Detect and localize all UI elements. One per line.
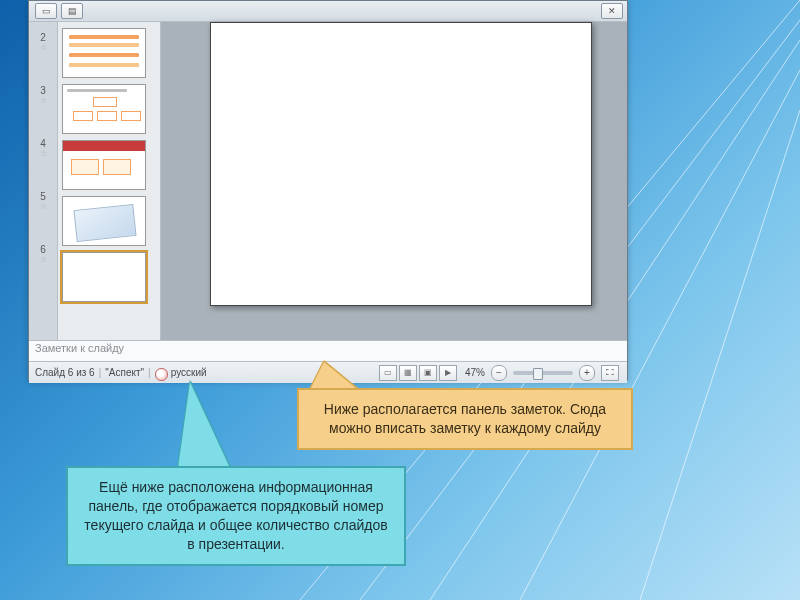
current-slide-canvas[interactable] (210, 22, 592, 306)
star-icon: ☆ (29, 202, 57, 212)
slide-number: 3 (29, 85, 57, 96)
callout-tail-cyan (178, 382, 230, 468)
slide-thumb-4[interactable] (62, 140, 146, 190)
star-icon: ☆ (29, 96, 57, 106)
notes-pane[interactable]: Заметки к слайду (29, 340, 627, 361)
slide-thumb-2[interactable] (62, 28, 146, 78)
slide-counter: Слайд 6 из 6 (35, 367, 95, 378)
notes-placeholder: Заметки к слайду (35, 342, 124, 354)
slide-number: 6 (29, 244, 57, 255)
zoom-in-button[interactable]: + (579, 365, 595, 381)
fit-window-button[interactable]: ⛶ (601, 365, 619, 381)
zoom-slider[interactable] (513, 371, 573, 375)
zoom-out-button[interactable]: − (491, 365, 507, 381)
slide-thumb-5[interactable] (62, 196, 146, 246)
close-pane-icon[interactable]: ✕ (601, 3, 623, 19)
title-bar: ▭ ▤ ✕ (29, 1, 627, 22)
slide-number-gutter: 2☆ 3☆ 4☆ 5☆ 6☆ (29, 22, 58, 340)
thumbnail-panel[interactable] (58, 22, 161, 340)
language-label[interactable]: русский (171, 367, 207, 378)
zoom-knob[interactable] (533, 368, 543, 380)
callout-tail-orange (310, 362, 358, 390)
callout-status-bar: Ещё ниже расположена информационная пане… (66, 466, 406, 566)
star-icon: ☆ (29, 255, 57, 265)
thumbnails-tab-icon[interactable]: ▤ (61, 3, 83, 19)
sorter-view-button[interactable]: ▦ (399, 365, 417, 381)
slide-thumb-6[interactable] (62, 252, 146, 302)
slide-thumb-3[interactable] (62, 84, 146, 134)
outline-tab-icon[interactable]: ▭ (35, 3, 57, 19)
slideshow-view-button[interactable]: ▶ (439, 365, 457, 381)
star-icon: ☆ (29, 43, 57, 53)
normal-view-button[interactable]: ▭ (379, 365, 397, 381)
callout-notes-panel: Ниже располагается панель заметок. Сюда … (297, 388, 633, 450)
slide-number: 4 (29, 138, 57, 149)
slide-number: 5 (29, 191, 57, 202)
star-icon: ☆ (29, 149, 57, 159)
zoom-percent[interactable]: 47% (465, 367, 485, 378)
language-icon[interactable] (155, 368, 168, 381)
svg-line-4 (640, 110, 800, 600)
reading-view-button[interactable]: ▣ (419, 365, 437, 381)
slide-number: 2 (29, 32, 57, 43)
theme-name: "Аспект" (105, 367, 144, 378)
